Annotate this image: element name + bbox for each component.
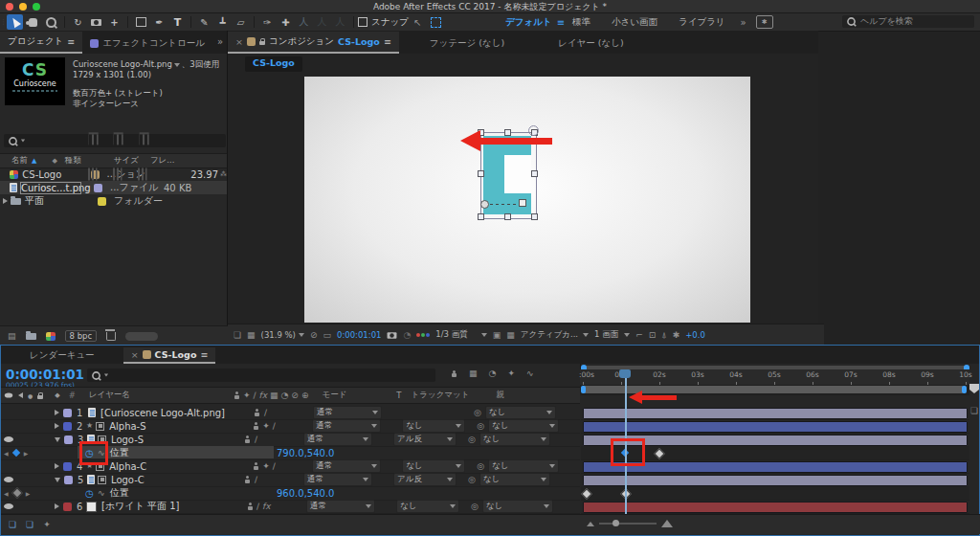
blend-mode-dropdown[interactable]: 通常 [313,406,382,419]
primary-viewer-icon[interactable]: ▦ [247,331,256,340]
expand-arrow-icon[interactable] [55,410,59,415]
trkmat-dropdown[interactable]: なし [402,419,465,433]
viewer-current-time[interactable]: 0:00:01:01 [337,330,381,340]
quality-column-icon[interactable]: ∕ [253,391,256,400]
label-swatch[interactable] [98,197,106,206]
manage-workspaces-button[interactable]: ✱ [756,15,773,29]
collapse-arrow-icon[interactable] [55,437,60,442]
blend-mode-dropdown[interactable]: 通常 [312,419,381,433]
snap-cursor-button[interactable]: ↖ [410,14,426,30]
align-bottom-icon[interactable] [139,132,148,145]
parent-dropdown[interactable]: なし [482,500,553,513]
keyframe[interactable] [654,448,664,458]
layer-row-5[interactable]: 5 Logo-C ∕ 通常 アル反 ◎ なし [1,473,580,487]
zoom-slider-knob[interactable] [612,520,619,526]
zoom-in-mountain-icon[interactable] [661,520,673,527]
dolly-camera-tool[interactable]: 人 [332,14,348,30]
clone-stamp-tool[interactable]: ┻ [214,14,231,30]
rectangle-tool[interactable] [133,14,149,30]
distribute-center-h-icon[interactable] [113,168,122,181]
layer-name-column[interactable]: レイヤー名 [89,390,130,401]
audio-column-icon[interactable] [18,392,23,398]
layer-duration-bar[interactable] [583,475,968,486]
column-type[interactable]: 種類 [65,155,81,167]
blend-mode-dropdown[interactable]: 通常 [303,433,372,446]
align-center-v-icon[interactable] [114,132,123,145]
trkmat-dropdown[interactable]: アル反 [393,433,457,446]
blend-mode-dropdown[interactable]: 通常 [306,500,375,513]
video-column-icon[interactable] [5,392,13,397]
time-ruler[interactable]: :00s 01s 02s 03s 04s 05s 06s 07s 08s 09s… [580,369,969,385]
tab-effect-controls[interactable]: エフェクトコントロール [82,34,211,54]
layer-row-1[interactable]: 1 [Curioscene Logo-Alt.png] ∕ 通常 ◎ なし [1,406,580,420]
frame-blend-column-icon[interactable]: ▦ [270,391,278,400]
position-value[interactable]: 960.0,540.0 [277,488,334,499]
label-column-icon[interactable]: ◆ [55,391,59,399]
t-column[interactable]: T [396,391,401,400]
snap-toggle[interactable]: スナップ [358,16,409,29]
panel-menu-icon[interactable]: ≡ [200,349,208,360]
next-keyframe-icon[interactable]: ▶ [24,450,29,457]
effects-column-icon[interactable]: fx [258,391,267,400]
video-eye-icon[interactable] [4,503,13,509]
pan-camera-tool[interactable]: 人 [314,14,330,30]
hand-tool[interactable] [25,14,41,30]
selection-handle[interactable] [478,170,484,177]
distribute-left-icon[interactable] [88,168,98,181]
choose-grid-icon[interactable]: ⊘ [310,331,318,340]
project-scrollbar-thumb[interactable] [125,332,158,341]
brainstorm-icon[interactable]: ✦ [507,369,515,378]
label-swatch[interactable] [63,462,72,471]
blend-mode-dropdown[interactable]: 通常 [303,473,372,486]
zoom-out-mountain-icon[interactable] [587,522,594,526]
help-search-field[interactable]: ヘルプを検索 [842,15,974,28]
work-area-end-handle[interactable] [962,386,967,393]
parent-dropdown[interactable]: なし [488,459,559,473]
column-frame[interactable]: フレ... [150,155,175,167]
composition-canvas[interactable] [304,77,750,323]
selection-handle[interactable] [504,213,511,220]
parent-dropdown[interactable]: なし [485,406,556,419]
reset-exposure-icon[interactable]: ✱ [673,331,680,340]
eraser-tool[interactable]: ▱ [233,14,249,30]
label-swatch[interactable] [63,502,72,511]
layer-row-2[interactable]: 2 ★ Alpha-S ✦∕ 通常 なし ◎ なし [1,419,580,434]
tabbar-overflow-icon[interactable]: » [217,36,223,47]
property-row-position-logo-c[interactable]: ◀ ▶ ◷ ∿ 位置 960.0,540.0 [1,486,580,501]
position-value[interactable]: 790.0,540.0 [277,448,334,458]
anchor-point-icon[interactable] [480,200,489,209]
exposure-value[interactable]: +0.0 [685,330,705,340]
layer-duration-bar[interactable] [583,421,968,433]
tab-timeline-comp[interactable]: × CS-Logo ≡ [123,347,216,364]
tab-layer[interactable]: レイヤー (なし) [550,34,632,54]
collapse-column-icon[interactable]: ✦ [243,391,251,400]
view-layout-dropdown[interactable]: 1 画面 [594,329,630,341]
expand-arrow-icon[interactable] [55,463,59,469]
parent-dropdown[interactable]: なし [479,473,550,486]
selection-handle[interactable] [478,213,484,220]
camera-dropdown[interactable]: アクティブカ... [521,329,589,341]
expand-layer-switches-icon[interactable]: ❏ [9,521,16,529]
frame-blend-toggle-icon[interactable]: ▦ [469,369,478,378]
mask-expansion-button[interactable] [428,14,444,30]
always-preview-icon[interactable]: ❏ [234,331,241,340]
fast-previews-icon[interactable]: ▣ [493,331,501,340]
flowchart-icon[interactable]: ⍋ [661,331,666,340]
adjustment-column-icon[interactable]: ⊘ [291,391,299,400]
label-swatch[interactable] [64,476,73,484]
timeline-jump-icon[interactable]: ⊡ [649,331,657,340]
distribute-right-icon[interactable] [138,168,147,181]
expand-arrow-icon[interactable] [55,423,59,429]
parent-dropdown[interactable]: なし [479,433,550,446]
pixel-aspect-icon[interactable]: ⌐ [635,331,643,340]
motion-blur-toggle-icon[interactable]: ◔ [489,369,497,378]
tab-render-queue[interactable]: レンダーキュー [20,347,104,364]
mode-column[interactable]: モード [322,390,346,401]
new-composition-button[interactable] [46,332,56,341]
pickwhip-icon[interactable]: ◎ [471,502,479,511]
zoom-slider-track[interactable] [599,523,657,525]
playhead-handle[interactable] [619,369,631,378]
show-snapshot-icon[interactable]: ◔ [403,331,411,340]
close-tab-icon[interactable]: × [235,36,243,47]
transparency-grid-icon[interactable]: ▦ [506,331,515,340]
